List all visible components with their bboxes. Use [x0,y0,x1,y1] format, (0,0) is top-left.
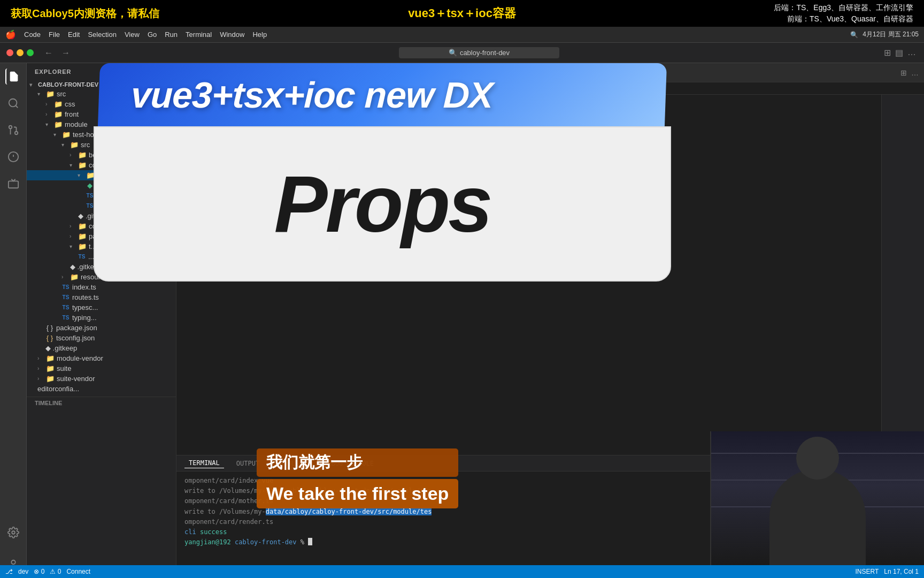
forward-button[interactable]: → [57,48,74,58]
tree-typesc[interactable]: TS typesc... [27,302,176,313]
menu-edit[interactable]: Edit [68,31,80,39]
timeline-header: TIMELINE [27,397,176,409]
split-view-icon[interactable]: ⊞ [900,69,907,77]
tree-css[interactable]: ›📁css [27,99,176,109]
close-window-button[interactable] [6,49,13,56]
search-icon[interactable] [5,95,21,111]
problems-tab[interactable]: PROBLEMS [272,459,311,468]
status-bar: ⎇ dev ⊗ 0 ⚠ 0 Connect INSERT Ln 17, Col … [0,565,924,578]
new-folder-icon[interactable]: ⊕ [142,67,149,76]
debug-icon[interactable] [5,149,21,165]
tree-gitkeep[interactable]: ◆ .gitkeep [27,262,176,272]
breadcrumb-page[interactable]: page [281,85,296,92]
menu-bar: 🍎 Code File Edit Selection View Go Run T… [0,27,924,43]
tree-module-vendor[interactable]: ›📁module-vendor [27,353,176,363]
tree-package-json[interactable]: { } package.json [27,323,176,333]
tree-card[interactable]: ▾📁card [27,170,176,180]
tree-gitkeep2[interactable]: ◆ .gitkeep [27,343,176,353]
tree-render-ts[interactable]: TSrend... [27,201,176,211]
layout-icon[interactable]: ▤ [895,48,903,58]
collapse-icon[interactable]: ⊟ [161,67,168,76]
more-icon[interactable]: … [907,48,916,58]
menu-file[interactable]: File [49,31,60,39]
more-tabs-icon[interactable]: … [911,69,919,77]
output-tab[interactable]: OUTPUT [232,459,264,468]
tree-front[interactable]: ›📁front [27,109,176,119]
menu-code[interactable]: Code [24,31,41,39]
menu-go[interactable]: Go [148,31,157,39]
tree-tsconfig-json[interactable]: { } tsconfig.json [27,333,176,343]
tree-t-file[interactable]: TS... [27,252,176,262]
split-editor-icon[interactable]: ⊞ [884,48,891,58]
menu-terminal[interactable]: Terminal [186,31,212,39]
breadcrumb-test-home[interactable]: test-home [229,85,257,92]
explorer-icon[interactable] [5,69,21,85]
svg-line-1 [16,105,18,108]
tab-mother[interactable]: TS mother.ts ✕ [283,63,347,82]
refresh-icon[interactable]: ↺ [151,67,158,76]
menu-view[interactable]: View [125,31,140,39]
window-tab-bar: ← → 🔍 cabloy-front-dev ⊞ ▤ … [0,43,924,63]
tree-index-ts[interactable]: TS index.ts [27,282,176,292]
connect-status[interactable]: Connect [66,568,90,575]
tree-test-home[interactable]: ▾📁test-home [27,130,176,140]
banner-left-text: 获取Cabloy5内测资格，请私信 [11,6,159,21]
tree-bean[interactable]: ›📁bean [27,150,176,160]
tree-suite[interactable]: ›📁suite [27,363,176,374]
tree-page[interactable]: ›📁pag... [27,231,176,241]
tree-typing[interactable]: TS typing... [27,313,176,323]
status-left: ⎇ dev ⊗ 0 ⚠ 0 Connect [5,568,90,575]
maximize-window-button[interactable] [27,49,34,56]
svg-point-3 [9,126,12,129]
debug-console-tab[interactable]: DEBUG CONSOLE [319,459,378,468]
code-line-7: ... [211,142,876,154]
terminal-tab[interactable]: TERMINAL [184,458,224,468]
url-input[interactable]: 🔍 cabloy-front-dev [399,47,559,58]
editor-tabs: TS routes.ts TS render.ts TS mother.ts ✕… [176,63,924,82]
tree-src[interactable]: ▾📁src [27,89,176,99]
menu-run[interactable]: Run [165,31,178,39]
tree-editorconfig[interactable]: editorconfia... [27,384,176,394]
new-file-icon[interactable]: + [134,67,139,76]
tree-resource[interactable]: ›📁resourc... [27,272,176,282]
tab-close-icon[interactable]: ✕ [333,69,338,77]
banner-center-text: vue3＋tsx＋ioc容器 [408,5,516,21]
tree-conf[interactable]: ›📁conf... [27,221,176,231]
minimize-window-button[interactable] [17,49,24,56]
tab-routes[interactable]: TS routes.ts [176,63,230,82]
svg-rect-8 [8,181,18,188]
tree-module[interactable]: ▾📁module [27,119,176,130]
warnings-count: ⚠ 0 [50,568,61,575]
menu-help[interactable]: Help [252,31,267,39]
apple-icon[interactable]: 🍎 [5,29,16,40]
cursor-position[interactable]: Ln 17, Col 1 [884,568,919,575]
source-control-icon[interactable] [5,122,21,138]
breadcrumb-module[interactable]: module [201,85,221,92]
breadcrumb-mother-page-first[interactable]: MotherPageFirst [365,85,412,92]
tree-suite-vendor[interactable]: ›📁suite-vendor [27,374,176,384]
tab-render[interactable]: TS render.ts [230,63,283,82]
branch-name[interactable]: dev [18,568,28,575]
tree-mother-ts[interactable]: TSmoth... [27,191,176,201]
extensions-icon[interactable] [5,176,21,192]
tree-index-vue[interactable]: ◆index... [27,180,176,191]
tree-routes-ts[interactable]: TS routes.ts [27,292,176,302]
breadcrumb-src[interactable]: src [184,85,193,92]
tree-src2[interactable]: ▾📁src [27,140,176,150]
back-button[interactable]: ← [40,48,57,58]
system-time: 4月12日 周五 21:05 [863,30,919,39]
tree-gitl[interactable]: ◆.gitl... [27,211,176,221]
url-bar: 🔍 cabloy-front-dev [74,47,884,58]
branch-icon[interactable]: ⎇ [5,568,13,575]
breadcrumb-mother-ts[interactable]: TS mother.ts [321,85,357,92]
settings-icon[interactable] [5,524,21,541]
breadcrumb-src2[interactable]: src [265,85,274,92]
tree-t[interactable]: ▾📁t... [27,241,176,252]
root-folder[interactable]: ▾ CABLOY-FRONT-DEV [27,80,176,89]
explorer-header: EXPLORER + ⊕ ↺ ⊟ [27,63,176,80]
breadcrumb-first[interactable]: first [303,85,313,92]
menu-selection[interactable]: Selection [88,31,116,39]
tree-component[interactable]: ▾📁component [27,160,176,170]
menu-window[interactable]: Window [220,31,244,39]
sidebar: EXPLORER + ⊕ ↺ ⊟ ▾ CABLOY-FRONT-DEV ▾📁sr… [27,63,176,578]
